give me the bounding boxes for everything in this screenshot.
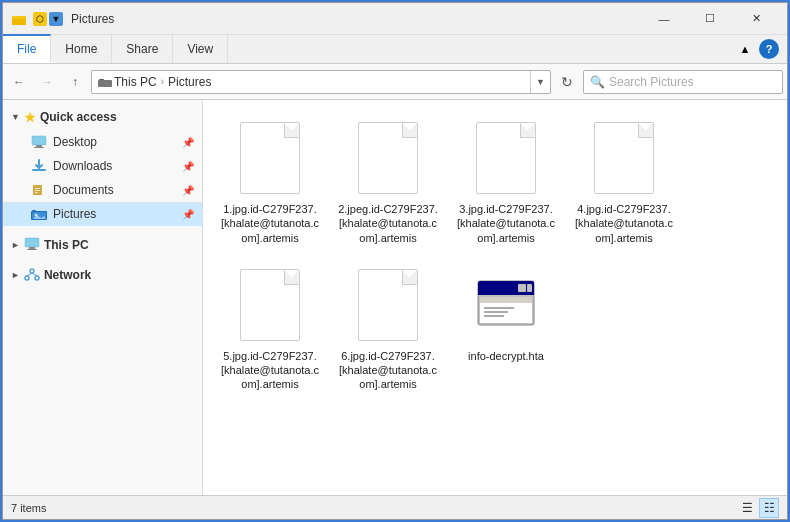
svg-rect-10 [35, 188, 40, 189]
tab-file[interactable]: File [3, 34, 51, 63]
list-view-button[interactable]: ☰ [737, 498, 757, 518]
svg-rect-6 [36, 145, 42, 147]
network-icon [24, 267, 40, 284]
generic-file-icon-5 [240, 269, 300, 341]
tab-share[interactable]: Share [112, 35, 173, 63]
breadcrumb-pictures[interactable]: Pictures [168, 75, 211, 89]
svg-rect-8 [32, 169, 46, 171]
file-item-2[interactable]: 2.jpeg.id-C279F237.[khalate@tutanota.com… [333, 112, 443, 251]
main-area: ▼ ★ Quick access Desktop 📌 [3, 100, 787, 495]
file-item-1[interactable]: 1.jpg.id-C279F237.[khalate@tutanota.com]… [215, 112, 325, 251]
svg-rect-19 [27, 249, 37, 250]
file-item-4[interactable]: 4.jpg.id-C279F237.[khalate@tutanota.com]… [569, 112, 679, 251]
sidebar-section-thispc[interactable]: ► This PC [3, 232, 202, 258]
tab-home[interactable]: Home [51, 35, 112, 63]
file-icon-2 [352, 118, 424, 198]
generic-file-icon-4 [594, 122, 654, 194]
thispc-icon [24, 237, 40, 254]
svg-point-20 [30, 269, 34, 273]
svg-rect-17 [25, 238, 39, 247]
file-icon-5 [234, 265, 306, 345]
search-icon: 🔍 [590, 75, 605, 89]
generic-file-icon-6 [358, 269, 418, 341]
pin-icon-documents: 📌 [182, 185, 194, 196]
icon-view-button[interactable]: ☷ [759, 498, 779, 518]
sidebar-item-desktop[interactable]: Desktop 📌 [3, 130, 202, 154]
sidebar-item-pictures-label: Pictures [53, 207, 96, 221]
sidebar-section-quick-access[interactable]: ▼ ★ Quick access [3, 104, 202, 130]
svg-rect-33 [484, 311, 508, 313]
svg-line-23 [27, 273, 32, 276]
thispc-label: This PC [44, 238, 89, 252]
address-dropdown-button[interactable]: ▼ [530, 70, 550, 94]
file-icon-1 [234, 118, 306, 198]
sidebar-item-pictures[interactable]: Pictures 📌 [3, 202, 202, 226]
expand-arrow-thispc: ► [11, 240, 20, 250]
file-label-4: 4.jpg.id-C279F237.[khalate@tutanota.com]… [574, 202, 674, 245]
svg-rect-31 [480, 297, 532, 303]
sidebar: ▼ ★ Quick access Desktop 📌 [3, 100, 203, 495]
help-button[interactable]: ? [759, 39, 779, 59]
ribbon-expand-button[interactable]: ▲ [735, 39, 755, 59]
file-label-3: 3.jpg.id-C279F237.[khalate@tutanota.com]… [456, 202, 556, 245]
generic-file-icon-1 [240, 122, 300, 194]
file-item-3[interactable]: 3.jpg.id-C279F237.[khalate@tutanota.com]… [451, 112, 561, 251]
pin-icon-pictures: 📌 [182, 209, 194, 220]
generic-file-icon-3 [476, 122, 536, 194]
up-button[interactable]: ↑ [63, 70, 87, 94]
desktop-icon [31, 134, 47, 150]
qs-newfolder-btn[interactable]: ▼ [49, 12, 63, 26]
sidebar-item-desktop-label: Desktop [53, 135, 97, 149]
svg-rect-18 [29, 247, 35, 249]
file-label-7: info-decrypt.hta [468, 349, 544, 363]
generic-file-icon-2 [358, 122, 418, 194]
svg-rect-5 [32, 136, 46, 145]
window-icon [11, 11, 27, 27]
ribbon-right: ▲ ? [735, 35, 787, 63]
minimize-button[interactable]: — [641, 3, 687, 35]
pin-icon-downloads: 📌 [182, 161, 194, 172]
search-placeholder: Search Pictures [609, 75, 694, 89]
svg-rect-34 [484, 315, 504, 317]
breadcrumb-thispc[interactable]: This PC [98, 75, 157, 89]
svg-rect-28 [518, 284, 526, 292]
address-bar: ← → ↑ This PC › Pictures ▼ ↻ 🔍 Search Pi… [3, 64, 787, 100]
svg-rect-2 [12, 16, 18, 19]
file-item-7[interactable]: info-decrypt.hta [451, 259, 561, 398]
svg-rect-12 [35, 192, 38, 193]
svg-rect-7 [34, 147, 44, 148]
tab-view[interactable]: View [173, 35, 228, 63]
pin-icon-desktop: 📌 [182, 137, 194, 148]
window-title: Pictures [71, 12, 641, 26]
svg-rect-11 [35, 190, 40, 191]
forward-button[interactable]: → [35, 70, 59, 94]
sidebar-item-downloads[interactable]: Downloads 📌 [3, 154, 202, 178]
file-label-6: 6.jpg.id-C279F237.[khalate@tutanota.com]… [338, 349, 438, 392]
address-input-box[interactable]: This PC › Pictures ▼ [91, 70, 551, 94]
refresh-button[interactable]: ↻ [555, 70, 579, 94]
documents-icon [31, 182, 47, 198]
search-box[interactable]: 🔍 Search Pictures [583, 70, 783, 94]
file-item-6[interactable]: 6.jpg.id-C279F237.[khalate@tutanota.com]… [333, 259, 443, 398]
explorer-window: ⬡ ▼ Pictures — ☐ ✕ File Home Share View … [2, 2, 788, 520]
file-item-5[interactable]: 5.jpg.id-C279F237.[khalate@tutanota.com]… [215, 259, 325, 398]
back-button[interactable]: ← [7, 70, 31, 94]
svg-point-21 [25, 276, 29, 280]
qs-properties-btn[interactable]: ⬡ [33, 12, 47, 26]
maximize-button[interactable]: ☐ [687, 3, 733, 35]
network-label: Network [44, 268, 91, 282]
sidebar-item-documents[interactable]: Documents 📌 [3, 178, 202, 202]
downloads-icon [31, 158, 47, 174]
svg-rect-29 [527, 284, 532, 292]
sidebar-section-network[interactable]: ► Network [3, 262, 202, 288]
ribbon-tabs: File Home Share View ▲ ? [3, 35, 787, 63]
hta-file-svg [474, 273, 538, 337]
pictures-icon [31, 206, 47, 222]
close-button[interactable]: ✕ [733, 3, 779, 35]
svg-point-22 [35, 276, 39, 280]
status-bar: 7 items ☰ ☷ [3, 495, 787, 519]
title-bar: ⬡ ▼ Pictures — ☐ ✕ [3, 3, 787, 35]
ribbon: File Home Share View ▲ ? [3, 35, 787, 64]
file-icon-3 [470, 118, 542, 198]
view-toggle-buttons: ☰ ☷ [737, 498, 779, 518]
